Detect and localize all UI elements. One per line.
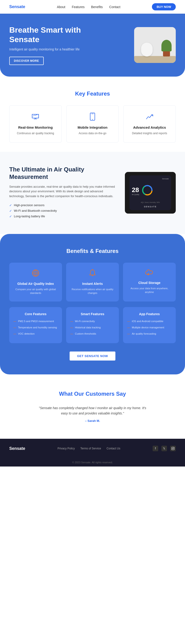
svg-point-14 — [172, 448, 174, 449]
benefit-card-cloud: Cloud Storage Access your data from anyw… — [123, 263, 176, 302]
ultimate-section: The Ultimate in Air Quality Measurement … — [0, 152, 185, 234]
app-feature-item-2: — Multiple device management — [127, 326, 172, 330]
core-bullet-1: — — [14, 320, 16, 324]
smart-features-title: Smart Features — [70, 312, 115, 316]
smart-bullet-1: — — [70, 320, 73, 324]
key-features-section: Key Features Real-time Monitoring Contin… — [0, 76, 185, 152]
feature-card-analytics: Advanced Analytics Detailed insights and… — [123, 105, 176, 142]
ultimate-title: The Ultimate in Air Quality Measurement — [9, 166, 116, 181]
app-features-title: App Features — [127, 312, 172, 316]
analytics-icon — [128, 112, 171, 123]
testimonials-section: What Our Customers Say "Sensate has comp… — [0, 374, 185, 439]
app-features-table: App Features — iOS and Android compatibl… — [123, 307, 176, 343]
ultimate-checklist: ✓ High-precision sensors ✓ Wi-Fi and Blu… — [9, 204, 116, 218]
benefit-desc-alerts: Receive notifications when air quality c… — [70, 288, 115, 295]
footer-logo: Sensate — [9, 446, 25, 451]
hero-image — [134, 27, 176, 63]
smart-bullet-2: — — [70, 326, 73, 330]
testimonial-author: – Sarah M. — [37, 419, 148, 422]
core-bullet-3: — — [14, 332, 16, 336]
benefits-cards-grid: Global Air Quality Index Compare your ai… — [9, 263, 176, 302]
device-aqi-label: Air Quality — [132, 194, 139, 195]
check-item-wifi: ✓ Wi-Fi and Bluetooth connectivity — [9, 209, 116, 213]
nav-link-about[interactable]: About — [57, 5, 66, 9]
core-bullet-2: — — [14, 326, 16, 330]
app-feature-item-3: — Air quality forecasting — [127, 332, 172, 336]
benefit-card-global: Global Air Quality Index Compare your ai… — [9, 263, 62, 302]
get-sensate-wrap: GET SENSATE NOW — [9, 352, 176, 360]
hero-subtitle: Intelligent air quality monitoring for a… — [9, 48, 88, 51]
globe-icon — [14, 269, 58, 278]
app-bullet-1: — — [127, 320, 130, 324]
benefit-card-alerts: Instant Alerts Receive notifications whe… — [66, 263, 119, 302]
testimonial-box: "Sensate has completely changed how I mo… — [37, 406, 148, 422]
footer-link-contact[interactable]: Contact Us — [106, 447, 120, 450]
ultimate-left: The Ultimate in Air Quality Measurement … — [9, 166, 116, 220]
check-item-battery: ✓ Long-lasting battery life — [9, 214, 116, 218]
feature-desc-mobile: Access data on-the-go — [71, 131, 114, 135]
hero-plant-pot — [163, 51, 170, 56]
core-features-table: Core Features — PM2.5 and PM10 measureme… — [9, 307, 62, 343]
feature-card-mobile: Mobile Integration Access data on-the-go — [66, 105, 119, 142]
twitter-icon[interactable]: 𝕏 — [162, 446, 167, 451]
buy-now-button[interactable]: BUY NOW — [152, 3, 176, 10]
core-feature-item-2: — Temperature and humidity sensing — [14, 326, 58, 330]
hero-table-surface — [134, 56, 176, 63]
check-icon-2: ✓ — [9, 209, 12, 213]
footer-social: f 𝕏 — [152, 446, 176, 451]
nav-logo[interactable]: Sensate — [9, 4, 25, 9]
nav-link-contact[interactable]: Contact — [109, 5, 120, 9]
sensate-brand-label: SENSATE — [132, 206, 169, 208]
facebook-icon[interactable]: f — [152, 446, 158, 451]
hero-title: Breathe Smart with Sensate — [9, 25, 88, 44]
monitor-icon — [14, 112, 57, 123]
bell-icon — [70, 269, 115, 278]
instagram-icon[interactable] — [170, 446, 176, 451]
feature-title-monitoring: Real-time Monitoring — [14, 126, 57, 129]
get-sensate-button[interactable]: GET SENSATE NOW — [70, 352, 116, 360]
core-features-title: Core Features — [14, 312, 58, 316]
discover-more-button[interactable]: DISCOVER MORE — [9, 57, 44, 65]
device-brand-label: Sensate — [132, 178, 169, 180]
app-bullet-2: — — [127, 326, 130, 330]
smart-feature-item-3: — Custom thresholds — [70, 332, 115, 336]
device-aqi-value: 28 — [132, 186, 139, 194]
app-feature-item-1: — iOS and Android compatible — [127, 320, 172, 324]
benefit-title-alerts: Instant Alerts — [70, 282, 115, 286]
check-item-sensors: ✓ High-precision sensors — [9, 204, 116, 207]
check-icon-1: ✓ — [9, 204, 12, 207]
footer-link-terms[interactable]: Terms of Service — [80, 447, 101, 450]
hero-content: Breathe Smart with Sensate Intelligent a… — [9, 25, 88, 65]
features-grid: Real-time Monitoring Continuous air qual… — [9, 105, 176, 142]
feature-tables-grid: Core Features — PM2.5 and PM10 measureme… — [9, 307, 176, 343]
benefit-title-global: Global Air Quality Index — [14, 282, 58, 286]
smart-bullet-3: — — [70, 332, 73, 336]
svg-rect-13 — [172, 447, 174, 450]
smart-features-table: Smart Features — Wi-Fi connectivity — Hi… — [66, 307, 119, 343]
smart-feature-item-2: — Historical data tracking — [70, 326, 115, 330]
core-feature-item-3: — VOC detection — [14, 332, 58, 336]
footer-link-privacy[interactable]: Privacy Policy — [58, 447, 75, 450]
nav-link-features[interactable]: Features — [72, 5, 84, 9]
feature-title-analytics: Advanced Analytics — [128, 126, 171, 129]
benefits-title: Benefits & Features — [9, 248, 176, 254]
ultimate-device-image: Sensate 28 Air Quality — [125, 172, 176, 214]
nav-links: About Features Benefits Contact — [57, 5, 120, 9]
footer-copyright: © 2023 Sensate. All rights reserved. — [0, 458, 185, 466]
testimonials-title: What Our Customers Say — [9, 390, 176, 397]
feature-card-monitoring: Real-time Monitoring Continuous air qual… — [9, 105, 62, 142]
nav-link-benefits[interactable]: Benefits — [91, 5, 103, 9]
benefit-desc-cloud: Access your data from anywhere, anytime — [127, 286, 172, 294]
feature-title-mobile: Mobile Integration — [71, 126, 114, 129]
svg-point-15 — [174, 448, 174, 448]
key-features-title: Key Features — [9, 90, 176, 97]
feature-desc-monitoring: Continuous air quality tracking — [14, 131, 57, 135]
hero-plant-leaves — [162, 40, 172, 51]
benefit-title-cloud: Cloud Storage — [127, 281, 172, 285]
smart-feature-item-1: — Wi-Fi connectivity — [70, 320, 115, 324]
benefits-section: Benefits & Features Global Air Quality I… — [0, 234, 185, 374]
device-bottom-info: AQI: Good, Humidity: 58% — [132, 202, 169, 203]
hero-section: Breathe Smart with Sensate Intelligent a… — [0, 14, 185, 76]
feature-desc-analytics: Detailed insights and reports — [128, 131, 171, 135]
testimonial-quote: "Sensate has completely changed how I mo… — [37, 406, 148, 416]
